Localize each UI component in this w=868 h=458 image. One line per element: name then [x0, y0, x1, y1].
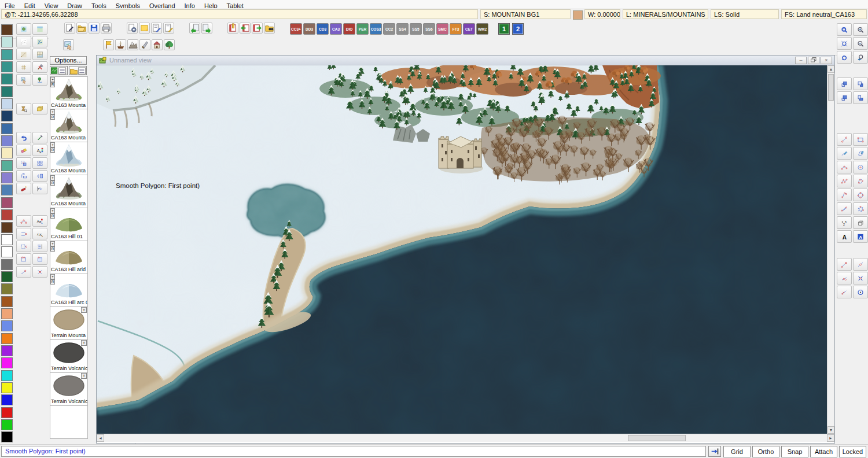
send-back-button[interactable]	[853, 77, 868, 90]
explode-button[interactable]	[16, 183, 31, 194]
snap-endpoint-button[interactable]	[837, 258, 852, 271]
palette-color-33[interactable]	[1, 431, 13, 442]
drawing-tools-button[interactable]	[32, 61, 47, 73]
catalog-item-5[interactable]: +RCA163 Hill arid	[50, 241, 88, 274]
symbol-variant-badges[interactable]: +R	[50, 109, 55, 120]
symbol-variant-badges[interactable]: +R	[50, 175, 55, 186]
mountain-symbols-button[interactable]	[127, 39, 138, 50]
edit-nodes-button[interactable]	[16, 215, 31, 227]
layers-button[interactable]	[32, 103, 47, 114]
current-color-swatch[interactable]	[573, 10, 583, 20]
palette-color-32[interactable]	[1, 419, 13, 430]
snap-percent-button[interactable]	[837, 286, 852, 298]
snap-toggle-button[interactable]: Snap	[781, 446, 808, 457]
catalog-item-3[interactable]: +RCA163 Mounta	[50, 175, 88, 208]
notes-button[interactable]	[139, 23, 150, 34]
catalog-item-4[interactable]: +RCA163 Hill 01	[50, 208, 88, 241]
vertical-scrollbar[interactable]: ▲ ▼	[827, 65, 834, 434]
bring-above-button[interactable]	[837, 91, 852, 104]
addon-per-button[interactable]: PER	[356, 23, 369, 35]
mirror-button[interactable]	[32, 170, 47, 182]
addon-ss6-button[interactable]: SS6	[423, 23, 435, 35]
map-panes-button[interactable]	[32, 49, 47, 60]
fill-style-field[interactable]: FS: Land neutral_CA163	[781, 9, 867, 19]
text-tool-button[interactable]: A	[837, 230, 852, 243]
catalog-item-7[interactable]: TTerrain Mounta	[50, 307, 88, 340]
catalog-prev-button[interactable]	[240, 23, 251, 34]
palette-color-5[interactable]	[1, 86, 13, 97]
selection-box-button[interactable]	[16, 253, 31, 265]
edit-text-button[interactable]	[151, 23, 162, 34]
polygon-tool-button[interactable]	[853, 147, 868, 160]
smooth-path-tool-button[interactable]	[837, 189, 852, 201]
align-button[interactable]	[32, 241, 47, 252]
addon-smc-button[interactable]: SMC	[436, 23, 448, 35]
palette-color-22[interactable]	[1, 296, 13, 307]
rotate-button[interactable]	[16, 170, 31, 182]
palette-color-25[interactable]	[1, 333, 13, 344]
symbol-variant-badges[interactable]: +R	[50, 208, 55, 219]
catalog-item-10[interactable]	[50, 406, 88, 439]
edit-drawing-button[interactable]	[163, 23, 174, 34]
palette-color-26[interactable]	[1, 345, 13, 356]
flag-symbols-button[interactable]	[103, 39, 114, 50]
palette-color-15[interactable]	[1, 209, 13, 220]
snap-intersection-button[interactable]	[853, 272, 868, 285]
locked-toggle-button[interactable]: Locked	[839, 446, 866, 457]
minimize-button[interactable]: –	[795, 57, 807, 64]
screen-1-button[interactable]: 1	[498, 23, 510, 35]
zoom-extents-button[interactable]	[837, 37, 852, 50]
snap-center-button[interactable]	[853, 286, 868, 298]
addon-dio-button[interactable]: DIO	[343, 23, 355, 35]
zoom-window-button[interactable]	[837, 23, 852, 36]
palette-color-2[interactable]	[1, 49, 13, 60]
catalog-item-9[interactable]: TTerrain Volcanic	[50, 373, 88, 406]
layer-field[interactable]: L: MINERALS/MOUNTAINS	[623, 9, 708, 19]
smooth-polygon-tool-button[interactable]	[853, 175, 868, 187]
coordinates-button[interactable]: x,y	[32, 228, 47, 239]
catalog-item-6[interactable]: +RCA163 Hill arc 0	[50, 274, 88, 307]
addon-cet-button[interactable]: CET	[463, 23, 475, 35]
join-button[interactable]	[16, 266, 31, 278]
hex-grid-button[interactable]	[16, 61, 31, 73]
catalog-button[interactable]	[227, 23, 238, 34]
catalog-item-2[interactable]: +RCA163 Mounta	[50, 142, 88, 175]
palette-color-28[interactable]	[1, 370, 13, 381]
palette-color-0[interactable]	[1, 24, 13, 35]
current-symbol-field[interactable]: S: MOUNTAIN BG1	[480, 9, 571, 19]
undo-button[interactable]	[16, 132, 31, 143]
palette-color-23[interactable]	[1, 308, 13, 319]
fractal-path-tool-button[interactable]	[837, 202, 852, 215]
new-button[interactable]	[64, 23, 75, 34]
symbol-variant-badges[interactable]: +R	[50, 142, 55, 153]
snap-midpoint-button[interactable]	[853, 258, 868, 271]
palette-color-18[interactable]	[1, 246, 13, 257]
palette-color-24[interactable]	[1, 320, 13, 331]
addon-cc3-button[interactable]: CC3+	[290, 23, 302, 35]
numeric-label-button[interactable]: 123	[837, 216, 852, 229]
symbol-variant-badges[interactable]: +R	[50, 77, 55, 87]
addon-cos3-button[interactable]: COS3	[370, 23, 382, 35]
catalog-options-button[interactable]: Options...	[50, 56, 87, 65]
line-width-field[interactable]: W: 0.00000	[584, 9, 620, 19]
zoom-out-button[interactable]	[853, 37, 868, 50]
restore-button[interactable]	[808, 57, 819, 64]
addon-ss5-button[interactable]: SS5	[410, 23, 422, 35]
attach-toggle-button[interactable]: Attach	[810, 446, 837, 457]
weapon-symbols-button[interactable]	[139, 39, 150, 50]
addon-wm2-button[interactable]: WM2	[476, 23, 488, 35]
palette-color-19[interactable]	[1, 259, 13, 270]
addon-cd3-button[interactable]: CD3	[317, 23, 329, 35]
palette-color-31[interactable]	[1, 407, 13, 418]
print-button[interactable]	[101, 23, 112, 34]
palette-color-29[interactable]	[1, 382, 13, 393]
zoom-in-button[interactable]	[853, 23, 868, 36]
symbol-manager-button[interactable]	[63, 39, 74, 50]
cube-tool-button[interactable]	[853, 216, 868, 229]
import-button[interactable]	[189, 23, 200, 34]
catalog-item-0[interactable]: +RCA163 Mounta	[50, 76, 88, 109]
attach-toggle-button[interactable]	[708, 446, 721, 457]
palette-color-30[interactable]	[1, 394, 13, 405]
line-tool-button[interactable]	[837, 133, 852, 146]
copy-button[interactable]	[16, 157, 31, 169]
